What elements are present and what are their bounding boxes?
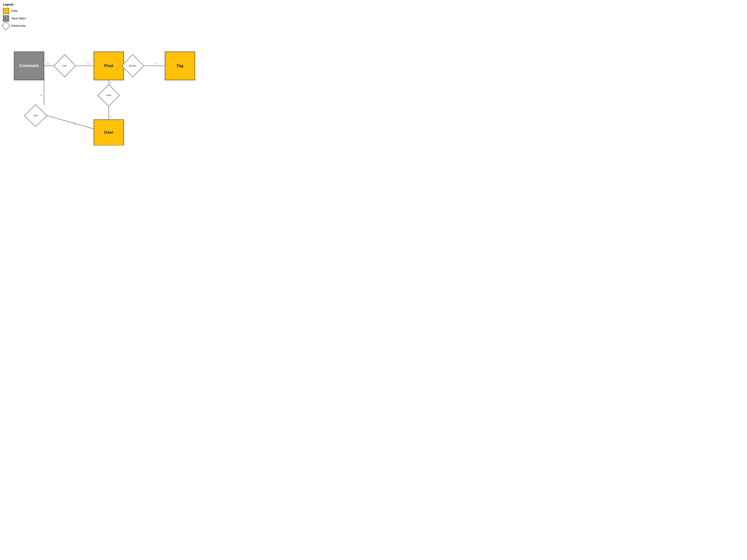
comment-node: Comment bbox=[14, 52, 44, 80]
write-node: write bbox=[98, 84, 120, 106]
legend-entity-label: Entity bbox=[11, 9, 18, 12]
legend-entity-icon bbox=[3, 8, 9, 14]
cardinality-comment-has2: n bbox=[41, 94, 42, 97]
legend-value-icon bbox=[3, 15, 9, 22]
has1-node: has bbox=[54, 54, 76, 77]
has2-node: has bbox=[24, 105, 47, 127]
legend-value-label: Value Object bbox=[11, 17, 26, 20]
line-has2-user bbox=[47, 115, 94, 129]
legend-item-entity: Entity bbox=[3, 8, 26, 14]
cardinality-comment-has1: n bbox=[47, 62, 49, 65]
write-label: write bbox=[106, 94, 111, 97]
cardinality-groups-tag: n bbox=[155, 62, 156, 65]
post-label: Post bbox=[104, 63, 113, 68]
has1-label: has bbox=[63, 64, 67, 67]
user-label: User bbox=[104, 130, 113, 135]
cardinality-write-user: 1 bbox=[110, 115, 111, 118]
post-node: Post bbox=[94, 52, 124, 80]
has2-label: has bbox=[34, 114, 37, 117]
groups-label: groups bbox=[129, 64, 136, 67]
legend-item-value: Value Object bbox=[3, 15, 26, 22]
er-diagram: n 1 n n n 1 n 1 Comment has Post groups bbox=[0, 26, 205, 145]
cardinality-post-write: n bbox=[110, 81, 111, 84]
tag-node: Tag bbox=[165, 52, 195, 80]
tag-label: Tag bbox=[176, 63, 183, 68]
cardinality-has2-user: 1 bbox=[74, 122, 75, 125]
groups-node: groups bbox=[122, 54, 144, 77]
user-node: User bbox=[94, 119, 124, 145]
legend-title: Legend bbox=[3, 3, 26, 6]
comment-label: Comment bbox=[19, 63, 38, 68]
cardinality-has1-post: 1 bbox=[87, 62, 88, 65]
